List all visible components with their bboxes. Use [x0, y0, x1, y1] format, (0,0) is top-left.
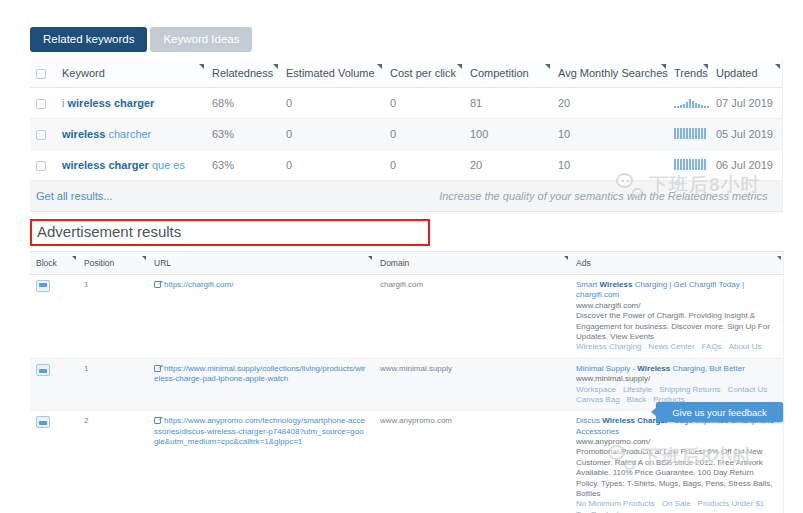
- ad-sitelinks: No Minimum ProductsOn SaleProducts Under…: [576, 499, 777, 513]
- keyword-row: wireless charcher 63% 0 0 100 10 05 Jul …: [30, 119, 782, 150]
- sort-icon[interactable]: [661, 64, 666, 69]
- estimated-volume-value: 0: [280, 88, 384, 119]
- competition-value: 81: [464, 88, 552, 119]
- ads-header-row: Block Position URL Domain Ads: [30, 252, 783, 275]
- col-header-updated[interactable]: Updated: [710, 59, 782, 88]
- keyword-link[interactable]: i wireless charger: [62, 97, 154, 109]
- relatedness-value: 68%: [206, 88, 280, 119]
- external-link-icon: [154, 365, 161, 372]
- keywords-table: Keyword Relatedness Estimated Volume Cos…: [30, 59, 783, 212]
- domain-value: chargifi.com: [374, 275, 570, 359]
- col-header-url[interactable]: URL: [148, 252, 374, 275]
- row-checkbox[interactable]: [36, 161, 46, 171]
- col-header-trends[interactable]: Trends: [668, 59, 710, 88]
- ad-url-link[interactable]: https://www.anypromo.com/technology/smar…: [154, 416, 365, 446]
- col-header-ads[interactable]: Ads: [570, 252, 783, 275]
- ad-block-bottom-icon: [36, 364, 50, 376]
- ad-url-link[interactable]: https://www.minimal.supply/collections/l…: [154, 364, 365, 383]
- col-header-avg-monthly-searches[interactable]: Avg Monthly Searches: [552, 59, 668, 88]
- sort-icon[interactable]: [368, 256, 372, 260]
- cost-per-click-value: 0: [384, 150, 464, 181]
- ad-description: Promotional Products at Low Prices! 6% O…: [576, 447, 777, 499]
- sort-icon[interactable]: [142, 256, 146, 260]
- avg-monthly-searches-value: 10: [552, 119, 668, 150]
- advertisement-results-panel: Advertisement results Block Position URL…: [30, 219, 783, 513]
- keywords-panel: Related keywords Keyword Ideas Keyword R…: [30, 27, 782, 212]
- ad-sitelinks: Wireless ChargingNews CenterFAQsAbout Us: [576, 342, 777, 352]
- relatedness-value: 63%: [206, 119, 280, 150]
- tab-bar: Related keywords Keyword Ideas: [30, 27, 782, 52]
- cost-per-click-value: 0: [384, 88, 464, 119]
- row-checkbox[interactable]: [36, 99, 46, 109]
- ad-block-top-icon: [36, 280, 50, 292]
- ad-row: 1 https://chargifi.com/ chargifi.com Sma…: [30, 275, 783, 359]
- sort-icon[interactable]: [377, 64, 382, 69]
- annotation-red-box: Advertisement results: [30, 219, 430, 246]
- sort-icon[interactable]: [564, 256, 568, 260]
- col-header-cost-per-click[interactable]: Cost per click: [384, 59, 464, 88]
- keyword-row: i wireless charger 68% 0 0 81 20 07 Jul …: [30, 88, 782, 119]
- col-header-relatedness[interactable]: Relatedness: [206, 59, 280, 88]
- get-all-results-link[interactable]: Get all results...: [36, 190, 112, 202]
- ads-table: Block Position URL Domain Ads 1 https://…: [30, 251, 784, 513]
- ad-title-link[interactable]: Smart Wireless Charging | Get Chargifi T…: [576, 280, 777, 301]
- external-link-icon: [154, 417, 161, 424]
- col-header-position[interactable]: Position: [78, 252, 148, 275]
- updated-value: 07 Jul 2019: [710, 88, 782, 119]
- tab-keyword-ideas[interactable]: Keyword Ideas: [150, 27, 252, 52]
- sort-icon[interactable]: [545, 64, 550, 69]
- domain-value: www.minimal.supply: [374, 358, 570, 411]
- trend-sparkline: [674, 127, 706, 139]
- footer-note: Increase the quality of your semantics w…: [280, 181, 782, 212]
- ad-description: Discover the Power of Chargifi. Providin…: [576, 311, 777, 342]
- tab-related-keywords[interactable]: Related keywords: [30, 27, 147, 52]
- avg-monthly-searches-value: 10: [552, 150, 668, 181]
- competition-value: 20: [464, 150, 552, 181]
- select-all-cell: [30, 59, 56, 88]
- sort-icon[interactable]: [273, 64, 278, 69]
- ad-row: 2 https://www.anypromo.com/technology/sm…: [30, 411, 783, 513]
- ad-display-url: www.minimal.supply/: [576, 374, 777, 384]
- cost-per-click-value: 0: [384, 119, 464, 150]
- col-header-competition[interactable]: Competition: [464, 59, 552, 88]
- row-checkbox[interactable]: [36, 130, 46, 140]
- position-value: 2: [78, 411, 148, 513]
- domain-value: www.anypromo.com: [374, 411, 570, 513]
- col-header-keyword[interactable]: Keyword: [56, 59, 206, 88]
- updated-value: 05 Jul 2019: [710, 119, 782, 150]
- estimated-volume-value: 0: [280, 150, 384, 181]
- trend-sparkline: [674, 158, 706, 170]
- updated-value: 06 Jul 2019: [710, 150, 782, 181]
- ad-preview: Smart Wireless Charging | Get Chargifi T…: [570, 275, 783, 359]
- position-value: 1: [78, 275, 148, 359]
- sort-icon[interactable]: [777, 256, 781, 260]
- ad-display-url: www.chargifi.com/: [576, 301, 777, 311]
- position-value: 1: [78, 358, 148, 411]
- ad-display-url: www.anypromo.com/: [576, 437, 777, 447]
- external-link-icon: [154, 281, 161, 288]
- sort-icon[interactable]: [703, 64, 708, 69]
- ad-url-link[interactable]: https://chargifi.com/: [154, 280, 233, 289]
- estimated-volume-value: 0: [280, 119, 384, 150]
- sort-icon[interactable]: [199, 64, 204, 69]
- sort-icon[interactable]: [72, 256, 76, 260]
- ad-preview: Discus Wireless Charger - Logo Imprinted…: [570, 411, 783, 513]
- select-all-checkbox[interactable]: [36, 69, 46, 79]
- ads-section-title: Advertisement results: [37, 223, 424, 240]
- ad-title-link[interactable]: Minimal Supply - Wireless Charging, But …: [576, 364, 777, 374]
- keyword-link[interactable]: wireless charcher: [62, 128, 151, 140]
- relatedness-value: 63%: [206, 150, 280, 181]
- avg-monthly-searches-value: 20: [552, 88, 668, 119]
- keyword-row: wireless charger que es 63% 0 0 20 10 06…: [30, 150, 782, 181]
- col-header-block[interactable]: Block: [30, 252, 78, 275]
- col-header-estimated-volume[interactable]: Estimated Volume: [280, 59, 384, 88]
- feedback-button[interactable]: Give us your feedback: [656, 402, 783, 422]
- col-header-domain[interactable]: Domain: [374, 252, 570, 275]
- keywords-header-row: Keyword Relatedness Estimated Volume Cos…: [30, 59, 782, 88]
- sort-icon[interactable]: [775, 64, 780, 69]
- trend-sparkline: [674, 96, 709, 108]
- sort-icon[interactable]: [457, 64, 462, 69]
- ad-block-bottom-icon: [36, 416, 50, 428]
- keywords-footer-row: Get all results... Increase the quality …: [30, 181, 782, 212]
- keyword-link[interactable]: wireless charger que es: [62, 159, 185, 171]
